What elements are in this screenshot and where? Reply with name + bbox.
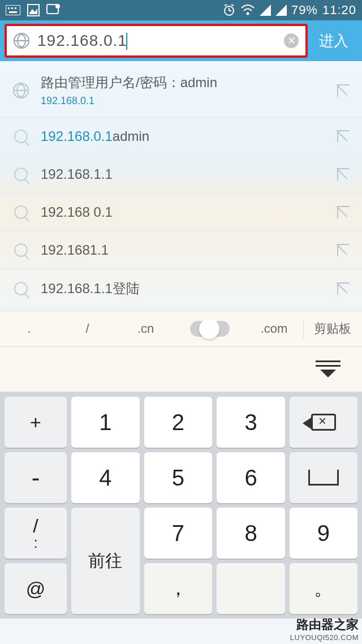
suggestion-title: 路由管理用户名/密码：admin (41, 74, 337, 92)
suggestion-item[interactable]: 192.168.1.1登陆 (0, 269, 362, 308)
message-icon (46, 4, 60, 16)
key-8[interactable]: 8 (217, 508, 285, 559)
key-5[interactable]: 5 (144, 452, 213, 503)
key-go[interactable]: 前往 (71, 508, 140, 614)
svg-rect-0 (6, 5, 20, 15)
suggestion-text: 192.168 0.1 (41, 204, 337, 220)
watermark: 路由器之家 LUYOUQI520.COM (290, 616, 359, 642)
battery-text: 79% (291, 3, 318, 18)
signal-icon-1 (260, 5, 271, 16)
suggestion-item[interactable]: 192.1681.1 (0, 231, 362, 269)
svg-point-14 (246, 12, 249, 15)
suggestion-item[interactable]: 192.168 0.1 (0, 194, 362, 231)
search-icon (14, 205, 28, 219)
key-1[interactable]: 1 (71, 397, 140, 448)
globe-icon (14, 33, 29, 49)
shortcut-cn[interactable]: .cn (117, 321, 175, 336)
clear-icon[interactable]: ✕ (284, 33, 299, 48)
address-input-box[interactable]: 192.168.0.1 ✕ (5, 24, 308, 58)
collapse-keyboard-icon[interactable] (316, 360, 341, 379)
image-icon (27, 4, 40, 16)
key-4[interactable]: 4 (71, 452, 140, 503)
key-3[interactable]: 3 (217, 397, 285, 448)
svg-rect-4 (9, 11, 17, 13)
keyboard-icon (6, 5, 20, 15)
shortcut-bar: . / .cn .com 剪贴板 (0, 311, 362, 347)
key-at[interactable]: @ (5, 563, 67, 614)
globe-icon (13, 83, 29, 98)
insert-arrow-icon[interactable] (337, 168, 350, 181)
key-7[interactable]: 7 (144, 508, 213, 559)
insert-arrow-icon[interactable] (337, 130, 350, 143)
ime-toolbar (0, 347, 362, 392)
svg-marker-6 (29, 8, 37, 14)
key-space[interactable] (290, 452, 357, 503)
key-plus[interactable]: + (5, 397, 67, 448)
search-icon (14, 282, 28, 295)
signal-icon-2 (275, 5, 287, 16)
wifi-icon (240, 5, 255, 16)
key-minus[interactable]: - (5, 452, 67, 503)
search-icon (14, 130, 28, 143)
svg-marker-15 (260, 5, 271, 16)
svg-line-12 (225, 5, 227, 6)
suggestion-list: 路由管理用户名/密码：admin 192.168.0.1 192.168.0.1… (0, 61, 362, 308)
suggestion-item[interactable]: 192.168.0.1admin (0, 118, 362, 156)
suggestion-text: 192.168.0.1admin (41, 128, 337, 144)
svg-rect-3 (15, 7, 16, 9)
insert-arrow-icon[interactable] (337, 244, 350, 256)
suggestion-text: 192.1681.1 (41, 242, 337, 258)
insert-arrow-icon[interactable] (337, 282, 350, 295)
status-bar: 79% 11:20 (0, 0, 362, 20)
key-6[interactable]: 6 (217, 452, 285, 503)
insert-arrow-icon[interactable] (337, 206, 350, 218)
key-comma[interactable]: ， (144, 563, 213, 614)
address-bar-area: 192.168.0.1 ✕ 进入 (0, 20, 362, 61)
key-2[interactable]: 2 (144, 397, 213, 448)
go-button[interactable]: 进入 (308, 31, 357, 51)
shortcut-dot[interactable]: . (0, 321, 58, 336)
time-text: 11:20 (322, 3, 356, 18)
key-9[interactable]: 9 (290, 508, 357, 559)
svg-line-13 (231, 5, 234, 6)
svg-rect-1 (8, 7, 10, 9)
shortcut-slash[interactable]: / (58, 321, 117, 336)
shortcut-toggle[interactable] (175, 321, 245, 337)
key-slash-colon[interactable]: /: (5, 508, 67, 559)
keypad: + 1 2 3 - 4 5 6 /: 7 8 9 前往 @ ， 。 (0, 392, 362, 619)
suggestion-text: 192.168.1.1登陆 (41, 280, 337, 298)
suggestion-url: 192.168.0.1 (41, 95, 337, 107)
shortcut-com[interactable]: .com (245, 321, 303, 336)
svg-rect-2 (11, 7, 13, 9)
key-backspace[interactable] (290, 397, 357, 448)
suggestion-item[interactable]: 路由管理用户名/密码：admin 192.168.0.1 (0, 61, 362, 118)
search-icon (14, 243, 28, 257)
shortcut-clipboard[interactable]: 剪贴板 (304, 320, 362, 337)
svg-point-8 (55, 4, 60, 8)
alarm-icon (222, 3, 236, 17)
key-0[interactable] (217, 563, 285, 614)
search-icon (14, 168, 28, 181)
suggestion-text: 192.168.1.1 (41, 166, 337, 182)
insert-arrow-icon[interactable] (337, 84, 350, 97)
key-period[interactable]: 。 (290, 563, 357, 614)
svg-marker-16 (275, 5, 287, 16)
suggestion-item[interactable]: 192.168.1.1 (0, 156, 362, 194)
address-input[interactable]: 192.168.0.1 (37, 32, 284, 50)
